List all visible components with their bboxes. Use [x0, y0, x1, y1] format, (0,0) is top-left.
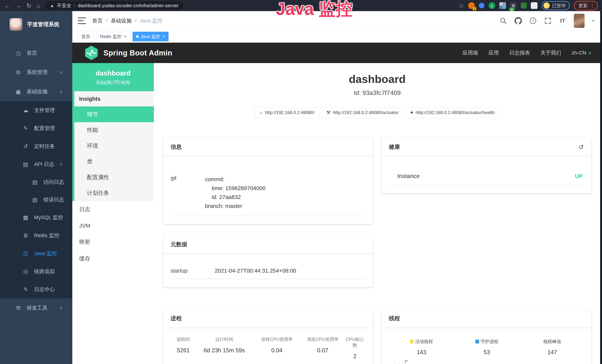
breadcrumb-infra[interactable]: 基础设施: [111, 17, 132, 24]
user-avatar[interactable]: [574, 14, 585, 28]
hamburger-icon[interactable]: [78, 17, 86, 24]
info-card-body: git commit:time: 1596289704000id: 27aa83…: [163, 156, 373, 224]
sidebar-item[interactable]: ◎链路追踪: [0, 262, 72, 280]
instance-link[interactable]: ⚒http://192.168.0.2:48080/actuator: [322, 107, 403, 118]
extensions-puzzle-icon[interactable]: [531, 2, 538, 9]
instance-link[interactable]: ⌂http://192.168.0.2:48080/: [255, 107, 319, 118]
search-icon[interactable]: [500, 17, 507, 24]
sba-menu-缓存[interactable]: 缓存: [72, 250, 154, 267]
divider: |: [74, 3, 75, 9]
chevron-up-icon: ∧: [60, 89, 63, 94]
page-title: dashboard: [163, 73, 591, 86]
address-bar[interactable]: ▲ 不安全 | dashboard.yudao.iocoder.cn/infra…: [45, 1, 183, 10]
database-icon: ▦: [22, 214, 30, 221]
extension-grid-icon[interactable]: [499, 2, 506, 9]
tab-Java 监控[interactable]: Java 监控×: [133, 32, 169, 41]
topbar-actions: ? tT ▾: [500, 14, 594, 28]
sidebar-item-label: 链路追踪: [34, 268, 55, 275]
instance-link[interactable]: ♥http://192.168.0.2:48080/actuator/healt…: [406, 107, 499, 118]
sidebar-item[interactable]: ▤访问日志: [0, 173, 72, 191]
sidebar-item-label: 错误日志: [43, 196, 64, 203]
extension-pin-icon[interactable]: [479, 3, 484, 8]
fullscreen-icon[interactable]: [544, 17, 552, 24]
health-row: Instance UP: [389, 173, 584, 185]
metadata-card-body: startup 2021-04-27T00:44:31.254+08:00: [163, 254, 373, 287]
github-icon[interactable]: [515, 17, 522, 24]
tab-label: Redis 监控: [100, 33, 121, 40]
tab-首页[interactable]: 首页: [78, 32, 94, 41]
sidebar-item[interactable]: ⚒研发工具∨: [0, 298, 72, 318]
instance-name: dashboard: [74, 69, 152, 77]
sidebar-item[interactable]: ✎日志中心: [0, 280, 72, 298]
tab-Redis 监控[interactable]: Redis 监控×: [97, 32, 130, 41]
sidebar-item[interactable]: ☁文件管理: [0, 101, 72, 119]
extension-y-icon[interactable]: y: [489, 2, 495, 9]
sba-menu-性能[interactable]: 性能: [74, 122, 154, 138]
chevron-down-icon: ∨: [60, 70, 63, 75]
sba-nav-item[interactable]: 日志报表: [509, 49, 530, 56]
threads-chart: 140120100: [389, 362, 585, 364]
insights-label[interactable]: Insights: [74, 91, 154, 107]
content-column: 首页 / 基础设施 / Java 监控 ?: [72, 11, 602, 364]
sidebar-item[interactable]: ⚙系统管理∨: [0, 63, 72, 82]
back-icon[interactable]: ←: [4, 2, 10, 9]
sba-menu-日志[interactable]: 日志: [72, 201, 154, 218]
sba-menu-配置属性[interactable]: 配置属性: [74, 170, 154, 185]
font-size-icon[interactable]: tT: [559, 17, 566, 24]
extension-on-icon[interactable]: ≣: [510, 2, 517, 9]
sba-nav-item[interactable]: 应用墙: [462, 49, 478, 56]
bookmark-star-icon[interactable]: ☆: [459, 2, 464, 9]
sidebar-item[interactable]: ↺定时任务: [0, 137, 72, 155]
reload-icon[interactable]: ↻: [26, 2, 32, 9]
emoji-face-icon: [543, 2, 550, 9]
app-logo-row[interactable]: 芋道管理系统: [0, 11, 72, 38]
close-icon[interactable]: ×: [123, 34, 127, 39]
close-icon[interactable]: ×: [162, 34, 165, 39]
language-selector[interactable]: zh-CN∨: [572, 50, 592, 56]
sidebar-item[interactable]: ▣基础设施∧: [0, 82, 72, 101]
sba-menu-JVM[interactable]: JVM: [72, 218, 154, 234]
cards-grid: 信息 git commit:time: 1596289704000id: 27a…: [163, 138, 591, 364]
health-row-label: Instance: [397, 173, 420, 180]
forward-icon[interactable]: →: [15, 2, 22, 9]
sba-menu-计划任务[interactable]: 计划任务: [74, 185, 154, 201]
extension-orange-icon[interactable]: [468, 2, 475, 9]
sba-menu-细节[interactable]: 细节: [72, 107, 154, 122]
thread-stat-value: 147: [519, 349, 585, 356]
process-column-value: 0.07: [301, 347, 344, 354]
sba-menu-类[interactable]: 类: [74, 154, 154, 170]
app-logo-icon: [10, 18, 22, 31]
update-button[interactable]: 更新 ⋮: [574, 1, 598, 11]
process-column-header: 进程ID: [171, 336, 196, 342]
toolbox-icon: ⚒: [14, 305, 22, 311]
user-menu-caret-icon[interactable]: ▾: [592, 18, 594, 23]
sidebar-item[interactable]: ◷首页: [0, 43, 72, 63]
sidebar-item[interactable]: ≣Redis 监控: [0, 226, 72, 244]
sidebar-item[interactable]: ✎配置管理: [0, 119, 72, 137]
info-row: git commit:time: 1596289704000id: 27aa83…: [171, 175, 366, 216]
sba-nav-item[interactable]: 应用: [489, 49, 499, 56]
sidebar-item[interactable]: ⊡Java 监控: [0, 244, 72, 262]
sba-menu-映射[interactable]: 映射: [72, 234, 154, 250]
browser-menu-icon[interactable]: ⋮: [590, 3, 595, 9]
link-url: http://192.168.0.2:48080/actuator: [333, 110, 399, 115]
sba-menu-环境[interactable]: 环境: [74, 138, 154, 154]
eye-icon: ◎: [22, 268, 30, 275]
sidebar-item[interactable]: ▤错误日志: [0, 191, 72, 208]
breadcrumb-home[interactable]: 首页: [92, 17, 103, 24]
sidebar-item-label: 定时任务: [34, 143, 55, 150]
help-icon[interactable]: ?: [529, 17, 537, 24]
sidebar-item-label: Redis 监控: [34, 232, 59, 239]
paused-badge[interactable]: 已暂停: [542, 1, 570, 10]
history-icon[interactable]: ↺: [579, 143, 584, 151]
thread-legend: 活动线程: [410, 339, 433, 344]
extension-green-icon[interactable]: [521, 3, 527, 9]
sidebar-item[interactable]: ▤API 日志∧: [0, 155, 72, 173]
sba-nav-item[interactable]: 关于我们: [540, 49, 561, 56]
info-card-header: 信息: [163, 138, 373, 156]
home-icon[interactable]: ⌂: [36, 2, 40, 9]
instance-id: 93a3fc7f7409: [74, 79, 152, 86]
link-url: http://192.168.0.2:48080/: [265, 110, 315, 115]
sidebar-item-label: 文件管理: [34, 107, 55, 114]
sidebar-item[interactable]: ▦MySQL 监控: [0, 208, 72, 226]
